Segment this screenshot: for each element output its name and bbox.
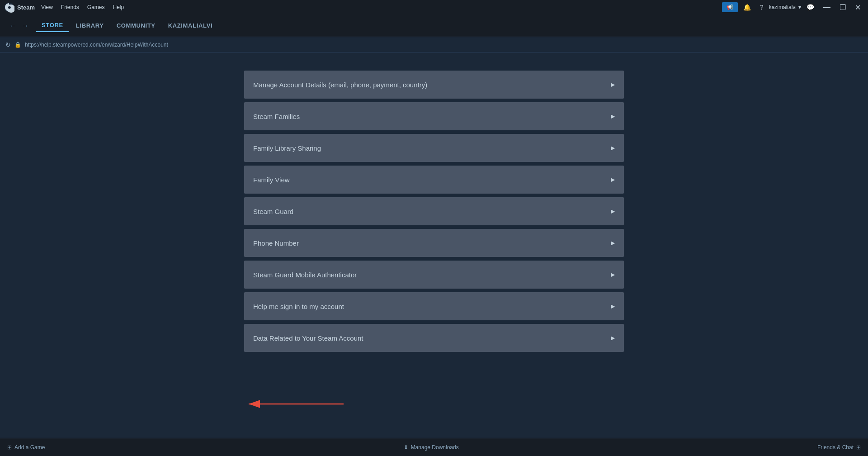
refresh-button[interactable]: ↻ [5, 41, 11, 48]
menu-row-7[interactable]: Help me sign in to my account▶ [244, 292, 624, 320]
forward-button[interactable]: → [20, 20, 31, 32]
titlebar-left: Steam View Friends Games Help [4, 2, 127, 13]
menu-row-label-4: Steam Guard [253, 208, 293, 215]
dropdown-arrow-icon: ▾ [798, 4, 801, 10]
menu-row-label-6: Steam Guard Mobile Authenticator [253, 271, 357, 279]
menu-row-label-8: Data Related to Your Steam Account [253, 334, 363, 342]
menu-row-arrow-0: ▶ [611, 81, 615, 88]
bottombar: ⊞ Add a Game ⬇ Manage Downloads Friends … [0, 438, 868, 456]
friends-chat-icon: ⊞ [856, 444, 861, 451]
menu-row-label-5: Phone Number [253, 239, 299, 247]
menu-row-arrow-8: ▶ [611, 335, 615, 341]
add-game-icon: ⊞ [7, 444, 12, 451]
nav-community[interactable]: COMMUNITY [111, 19, 161, 32]
menu-help[interactable]: Help [109, 2, 128, 12]
steam-logo-icon [4, 2, 14, 13]
menu-row-1[interactable]: Steam Families▶ [244, 102, 624, 130]
menu-row-3[interactable]: Family View▶ [244, 166, 624, 194]
menu-friends[interactable]: Friends [57, 2, 83, 12]
menu-row-arrow-1: ▶ [611, 113, 615, 119]
steam-title: Steam [17, 4, 35, 11]
titlebar: Steam View Friends Games Help 📢 🔔 ? kazi… [0, 0, 868, 14]
menu-row-label-0: Manage Account Details (email, phone, pa… [253, 81, 427, 89]
menu-row-5[interactable]: Phone Number▶ [244, 229, 624, 257]
menu-row-2[interactable]: Family Library Sharing▶ [244, 134, 624, 162]
menu-row-arrow-4: ▶ [611, 208, 615, 214]
menu-row-arrow-2: ▶ [611, 145, 615, 151]
chat-icon-button[interactable]: 💬 [803, 2, 818, 13]
lock-icon: 🔒 [14, 42, 21, 48]
titlebar-menus: View Friends Games Help [38, 2, 127, 12]
help-button[interactable]: ? [756, 2, 767, 13]
add-game-label: Add a Game [14, 444, 45, 451]
add-game-button[interactable]: ⊞ Add a Game [7, 444, 45, 451]
menu-row-label-7: Help me sign in to my account [253, 303, 344, 310]
addressbar: ↻ 🔒 https://help.steampowered.com/en/wiz… [0, 37, 868, 52]
friends-chat-button[interactable]: Friends & Chat ⊞ [817, 444, 861, 451]
main-content: Manage Account Details (email, phone, pa… [0, 52, 868, 438]
menu-row-arrow-7: ▶ [611, 303, 615, 309]
username-label: kazimalialvi [769, 4, 797, 10]
nav-library[interactable]: LIBRARY [71, 19, 109, 32]
menu-row-arrow-3: ▶ [611, 176, 615, 183]
megaphone-icon: 📢 [726, 4, 733, 10]
titlebar-right: 📢 🔔 ? kazimalialvi ▾ 💬 — ❐ ✕ [722, 2, 864, 13]
nav-store[interactable]: STORE [36, 19, 69, 32]
announcement-button[interactable]: 📢 [722, 2, 738, 12]
window-controls: — ❐ ✕ [820, 2, 864, 13]
nav-username[interactable]: KAZIMALIALVI [163, 19, 218, 32]
friends-chat-label: Friends & Chat [817, 444, 854, 451]
address-url: https://help.steampowered.com/en/wizard/… [25, 42, 168, 48]
menu-row-0[interactable]: Manage Account Details (email, phone, pa… [244, 71, 624, 99]
back-button[interactable]: ← [7, 20, 18, 32]
menu-games[interactable]: Games [84, 2, 108, 12]
menu-row-4[interactable]: Steam Guard▶ [244, 197, 624, 225]
menu-row-label-3: Family View [253, 176, 290, 184]
restore-button[interactable]: ❐ [836, 2, 849, 13]
manage-downloads-button[interactable]: ⬇ Manage Downloads [404, 444, 459, 451]
menu-row-label-2: Family Library Sharing [253, 144, 321, 152]
menu-row-arrow-6: ▶ [611, 271, 615, 278]
menu-row-arrow-5: ▶ [611, 240, 615, 246]
minimize-button[interactable]: — [820, 2, 834, 13]
menu-row-label-1: Steam Families [253, 113, 300, 120]
menu-row-8[interactable]: Data Related to Your Steam Account▶ [244, 324, 624, 352]
notification-bell-button[interactable]: 🔔 [740, 2, 755, 13]
navbar: ← → STORE LIBRARY COMMUNITY KAZIMALIALVI [0, 14, 868, 37]
menu-view[interactable]: View [38, 2, 57, 12]
download-icon: ⬇ [404, 444, 408, 451]
manage-downloads-label: Manage Downloads [411, 444, 459, 451]
user-dropdown-button[interactable]: kazimalialvi ▾ [769, 4, 801, 10]
close-button[interactable]: ✕ [851, 2, 864, 13]
nav-arrows: ← → [7, 20, 31, 32]
menu-row-6[interactable]: Steam Guard Mobile Authenticator▶ [244, 261, 624, 289]
